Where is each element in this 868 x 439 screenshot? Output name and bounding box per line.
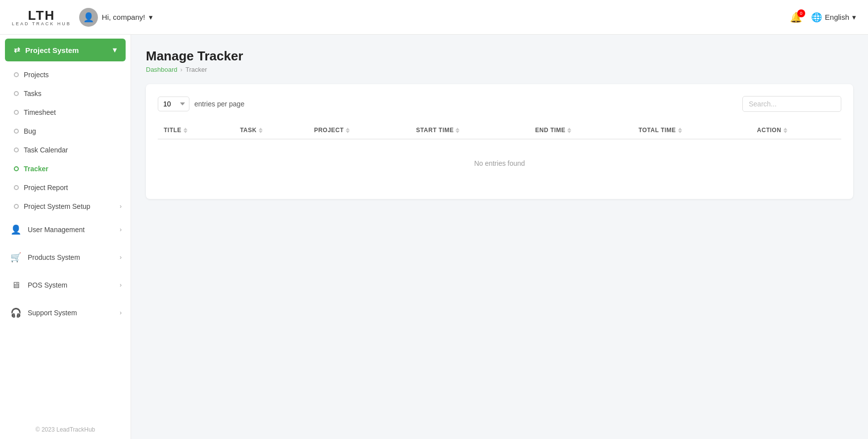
col-end-time[interactable]: END TIME [529, 122, 633, 139]
sidebar-label-bug: Bug [24, 127, 36, 135]
sidebar-label-project-system-setup: Project System Setup [24, 202, 91, 210]
sidebar-group-pos-system[interactable]: 🖥 POS System › [0, 271, 131, 299]
sort-project [346, 128, 350, 133]
sidebar-label-project-report: Project Report [24, 184, 68, 192]
globe-icon: 🌐 [811, 12, 822, 23]
language-chevron: ▾ [852, 13, 856, 22]
entries-per-page-select[interactable]: 10 25 50 100 [158, 97, 189, 111]
avatar: 👤 [79, 8, 98, 27]
sidebar-item-projects[interactable]: Projects [0, 65, 131, 84]
user-management-icon: 👤 [9, 223, 23, 237]
card-top: 10 25 50 100 entries per page [158, 96, 841, 112]
notification-badge: 0 [797, 9, 805, 17]
logo: LTH LEAD TRACK HUB [12, 8, 71, 26]
sidebar-label-projects: Projects [24, 71, 49, 79]
page-title: Manage Tracker [146, 49, 853, 64]
pos-system-icon: 🖥 [9, 278, 23, 292]
header-right: 🔔 0 🌐 English ▾ [790, 11, 856, 23]
sidebar-label-task-calendar: Task Calendar [24, 146, 68, 154]
logo-sub: LEAD TRACK HUB [12, 21, 71, 26]
sort-title [183, 128, 187, 133]
language-button[interactable]: 🌐 English ▾ [811, 12, 856, 23]
sidebar-label-timesheet: Timesheet [24, 108, 56, 116]
section-chevron-down: ▾ [113, 46, 117, 54]
section-left: ⇄ Project System [14, 46, 79, 54]
pos-system-chevron: › [120, 282, 122, 289]
sidebar-group-products-system[interactable]: 🛒 Products System › [0, 244, 131, 271]
sidebar-item-tasks[interactable]: Tasks [0, 84, 131, 103]
dot-bug [14, 129, 19, 134]
sidebar-footer: © 2023 LeadTrackHub [0, 420, 131, 439]
header: LTH LEAD TRACK HUB 👤 Hi, company! ▾ 🔔 0 … [0, 0, 868, 35]
col-title[interactable]: TITLE [158, 122, 234, 139]
sort-end-time [567, 128, 571, 133]
products-system-icon: 🛒 [9, 250, 23, 264]
entries-label: entries per page [194, 100, 244, 108]
breadcrumb: Dashboard › Tracker [146, 66, 853, 73]
col-task[interactable]: TASK [234, 122, 308, 139]
no-entries-cell: No entries found [158, 139, 841, 187]
sidebar-item-bug[interactable]: Bug [0, 122, 131, 141]
sidebar-item-timesheet[interactable]: Timesheet [0, 103, 131, 122]
breadcrumb-current: Tracker [185, 66, 207, 73]
setup-chevron-right: › [120, 203, 122, 210]
sidebar-label-user-management: User Management [28, 226, 85, 234]
sidebar-project-system[interactable]: ⇄ Project System ▾ [5, 39, 126, 61]
products-system-chevron: › [120, 254, 122, 261]
dot-tracker [14, 166, 19, 171]
language-label: English [825, 13, 849, 21]
sidebar-group-support-system[interactable]: 🎧 Support System › [0, 299, 131, 327]
user-greeting[interactable]: 👤 Hi, company! ▾ [79, 8, 153, 27]
no-entries-row: No entries found [158, 139, 841, 187]
dot-project-system-setup [14, 204, 19, 209]
sidebar: ⇄ Project System ▾ Projects Tasks Timesh… [0, 35, 131, 439]
col-project[interactable]: PROJECT [308, 122, 410, 139]
greeting-chevron: ▾ [149, 13, 153, 22]
sidebar-label-tracker: Tracker [24, 165, 48, 173]
col-start-time[interactable]: START TIME [410, 122, 529, 139]
dot-tasks [14, 91, 19, 96]
sort-total-time [678, 128, 682, 133]
sort-action [783, 128, 787, 133]
dot-project-report [14, 185, 19, 190]
breadcrumb-separator: › [181, 66, 183, 73]
tracker-card: 10 25 50 100 entries per page TITLE [146, 84, 853, 199]
table-head: TITLE TASK [158, 122, 841, 139]
sidebar-label-support-system: Support System [28, 309, 77, 317]
sort-task [259, 128, 263, 133]
sidebar-item-project-report[interactable]: Project Report [0, 178, 131, 197]
sidebar-group-user-management[interactable]: 👤 User Management › [0, 216, 131, 244]
search-input[interactable] [742, 96, 841, 112]
sort-start-time [456, 128, 459, 133]
tracker-table: TITLE TASK [158, 122, 841, 187]
dot-timesheet [14, 110, 19, 115]
support-system-icon: 🎧 [9, 306, 23, 320]
sidebar-label-products-system: Products System [28, 253, 80, 261]
greeting-text: Hi, company! [102, 13, 145, 21]
col-action[interactable]: ACTION [751, 122, 841, 139]
table-body: No entries found [158, 139, 841, 187]
dot-task-calendar [14, 147, 19, 152]
content-area: Manage Tracker Dashboard › Tracker 10 25… [131, 35, 868, 439]
sidebar-label-pos-system: POS System [28, 281, 67, 289]
sidebar-item-tracker[interactable]: Tracker [0, 159, 131, 178]
sidebar-item-project-system-setup[interactable]: Project System Setup › [0, 197, 131, 216]
col-total-time[interactable]: TOTAL TIME [633, 122, 751, 139]
dot-projects [14, 72, 19, 77]
project-system-icon: ⇄ [14, 46, 20, 54]
support-system-chevron: › [120, 309, 122, 316]
sidebar-item-task-calendar[interactable]: Task Calendar [0, 141, 131, 159]
project-system-label: Project System [25, 46, 79, 54]
notification-button[interactable]: 🔔 0 [790, 11, 802, 23]
sidebar-label-tasks: Tasks [24, 90, 42, 98]
main-layout: ⇄ Project System ▾ Projects Tasks Timesh… [0, 35, 868, 439]
entries-control: 10 25 50 100 entries per page [158, 97, 244, 111]
user-management-chevron: › [120, 226, 122, 233]
breadcrumb-dashboard[interactable]: Dashboard [146, 66, 178, 73]
header-left: LTH LEAD TRACK HUB 👤 Hi, company! ▾ [12, 8, 153, 27]
